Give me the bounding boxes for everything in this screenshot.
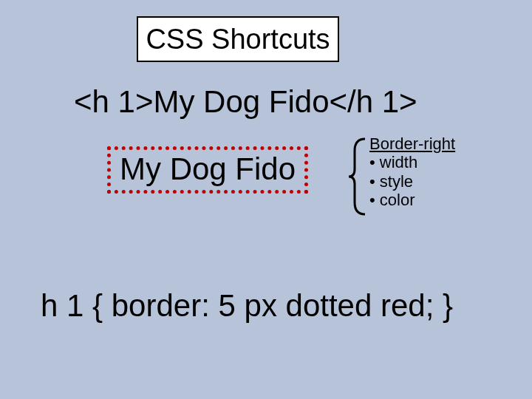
slide-title-text: CSS Shortcuts [146,24,330,55]
css-rule: h 1 { border: 5 px dotted red; } [41,288,453,324]
annotation-heading: Border-right [369,134,455,153]
brace-icon [349,136,365,217]
annotation-block: Border-right width style color [369,134,455,209]
rendered-demo-box: My Dog Fido [107,146,308,194]
rendered-demo-text: My Dog Fido [120,151,296,186]
slide-title: CSS Shortcuts [137,16,339,62]
slide: CSS Shortcuts <h 1>My Dog Fido</h 1> My … [0,0,532,399]
annotation-item: style [369,172,455,191]
annotation-list: width style color [369,153,455,209]
code-example: <h 1>My Dog Fido</h 1> [74,84,417,120]
annotation-item: width [369,153,455,171]
annotation-item: color [369,191,455,209]
